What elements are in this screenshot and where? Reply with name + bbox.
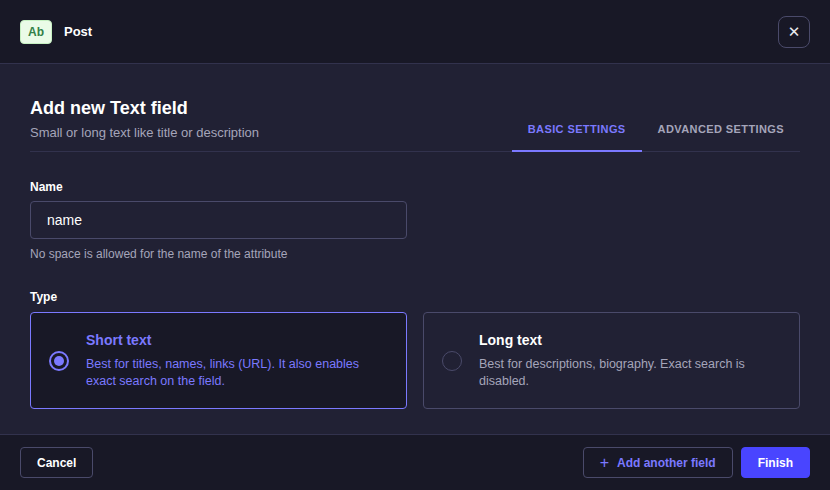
- heading-text: Add new Text field Small or long text li…: [30, 64, 259, 151]
- page-title: Add new Text field: [30, 97, 259, 119]
- add-another-field-button[interactable]: + Add another field: [583, 447, 733, 478]
- option-texts: Short text Best for titles, names, links…: [86, 331, 388, 390]
- tab-advanced-settings[interactable]: ADVANCED SETTINGS: [642, 111, 800, 152]
- plus-icon: +: [600, 455, 609, 471]
- footer-right-actions: + Add another field Finish: [583, 447, 810, 478]
- modal-header: Ab Post ✕: [0, 0, 830, 64]
- type-label: Type: [30, 289, 800, 305]
- type-section: Type Short text Best for titles, names, …: [30, 289, 800, 409]
- cancel-button[interactable]: Cancel: [20, 447, 93, 478]
- content-type-title: Post: [64, 24, 92, 39]
- settings-tabs: BASIC SETTINGS ADVANCED SETTINGS: [512, 111, 800, 151]
- add-field-modal: Ab Post ✕ Add new Text field Small or lo…: [0, 0, 830, 490]
- modal-body: Add new Text field Small or long text li…: [0, 64, 830, 434]
- name-field-group: Name No space is allowed for the name of…: [30, 179, 800, 262]
- radio-unselected-icon[interactable]: [442, 351, 462, 371]
- heading-row: Add new Text field Small or long text li…: [30, 64, 800, 152]
- option-description: Best for titles, names, links (URL). It …: [86, 356, 388, 390]
- tab-basic-settings[interactable]: BASIC SETTINGS: [512, 111, 642, 152]
- close-button[interactable]: ✕: [778, 16, 810, 48]
- page-subtitle: Small or long text like title or descrip…: [30, 124, 259, 141]
- option-description: Best for descriptions, biography. Exact …: [479, 356, 781, 390]
- option-title: Short text: [86, 331, 388, 349]
- add-another-field-label: Add another field: [617, 456, 716, 470]
- option-long-text[interactable]: Long text Best for descriptions, biograp…: [423, 312, 800, 409]
- radio-selected-icon[interactable]: [49, 351, 69, 371]
- option-texts: Long text Best for descriptions, biograp…: [479, 331, 781, 390]
- option-short-text[interactable]: Short text Best for titles, names, links…: [30, 312, 407, 409]
- close-icon: ✕: [788, 24, 801, 39]
- type-options: Short text Best for titles, names, links…: [30, 312, 800, 409]
- finish-button[interactable]: Finish: [741, 447, 810, 478]
- content-type-badge: Ab: [20, 20, 52, 44]
- name-hint: No space is allowed for the name of the …: [30, 246, 800, 262]
- name-input[interactable]: [30, 201, 407, 239]
- modal-footer: Cancel + Add another field Finish: [0, 434, 830, 490]
- name-label: Name: [30, 179, 800, 195]
- option-title: Long text: [479, 331, 781, 349]
